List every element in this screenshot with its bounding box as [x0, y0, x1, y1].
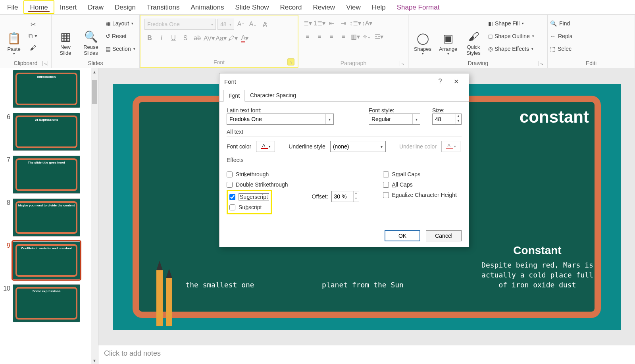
- tab-character-spacing[interactable]: Character Spacing: [245, 89, 301, 101]
- slide-thumbnail[interactable]: Introduction: [13, 70, 80, 108]
- align-center-button[interactable]: ≡: [314, 31, 325, 42]
- highlight-button[interactable]: 🖍▾: [228, 33, 238, 43]
- slide-thumbnail-row[interactable]: 8Maybe you need to divide the content: [2, 198, 96, 237]
- menu-shape-format[interactable]: Shape Format: [391, 1, 445, 13]
- offset-input[interactable]: [332, 193, 353, 200]
- dialog-close-button[interactable]: ✕: [448, 73, 464, 89]
- font-size-input[interactable]: [433, 116, 456, 122]
- reset-button[interactable]: ↺ Reset: [105, 31, 136, 42]
- align-right-button[interactable]: ≡: [326, 31, 337, 42]
- italic-button[interactable]: I: [156, 33, 167, 43]
- cut-button[interactable]: ✂: [28, 19, 38, 29]
- ok-button[interactable]: OK: [385, 230, 420, 241]
- layout-button[interactable]: ▦ Layout▾: [105, 18, 136, 29]
- numbering-button[interactable]: 1≣▾: [314, 18, 325, 28]
- slide-thumbnail[interactable]: 01 Expressions: [13, 113, 80, 151]
- menu-insert[interactable]: Insert: [54, 1, 83, 13]
- font-name-combo[interactable]: Fredoka One▾: [144, 19, 216, 30]
- slide-thumbnail-row[interactable]: Introduction: [2, 70, 96, 108]
- font-style-combo[interactable]: ▾: [369, 114, 420, 125]
- format-painter-button[interactable]: 🖌: [28, 43, 38, 53]
- spin-down-icon[interactable]: ▾: [456, 119, 461, 124]
- slide-thumbnail-row[interactable]: 601 Expressions: [2, 113, 96, 151]
- slide-thumbnail[interactable]: Some expressions: [13, 284, 80, 322]
- font-color-button[interactable]: A▾: [240, 33, 250, 43]
- scroll-up-icon[interactable]: ▲: [91, 68, 98, 75]
- text-direction-button[interactable]: ↕A▾: [362, 18, 372, 28]
- bold-button[interactable]: B: [144, 33, 155, 43]
- justify-button[interactable]: ≡: [338, 31, 348, 42]
- underline-color-button[interactable]: ▾: [441, 141, 460, 152]
- dialog-titlebar[interactable]: Font ? ✕: [219, 73, 469, 89]
- double-strikethrough-checkbox[interactable]: Double Strikethrough: [227, 179, 288, 190]
- smartart-button[interactable]: ☲▾: [374, 31, 384, 42]
- clear-formatting-button[interactable]: A̷: [260, 19, 270, 29]
- find-button[interactable]: 🔍 Find: [550, 18, 573, 29]
- menu-draw[interactable]: Draw: [82, 1, 109, 13]
- select-button[interactable]: ⬚ Selec: [550, 43, 573, 54]
- paragraph-launcher[interactable]: ↘: [400, 61, 405, 66]
- line-spacing-button[interactable]: ↕≣▾: [350, 18, 360, 28]
- menu-review[interactable]: Review: [307, 1, 341, 13]
- shape-outline-button[interactable]: ◻ Shape Outline▾: [487, 31, 535, 42]
- shrink-font-button[interactable]: A↓: [248, 19, 258, 29]
- replace-button[interactable]: ↔ Repla: [550, 31, 573, 42]
- strikethrough-button[interactable]: ab: [192, 33, 202, 43]
- slide-thumbnail-row[interactable]: 9Coefficient, variable and constant: [2, 241, 96, 279]
- menu-record[interactable]: Record: [275, 1, 308, 13]
- slide-thumbnail-row[interactable]: 7The slide title goes here!: [2, 156, 96, 194]
- menu-file[interactable]: File: [2, 1, 23, 13]
- spin-down-icon[interactable]: ▾: [354, 196, 359, 202]
- grow-font-button[interactable]: A↑: [236, 19, 246, 29]
- latin-font-input[interactable]: [227, 116, 325, 122]
- drawing-launcher[interactable]: ↘: [539, 61, 544, 66]
- shape-fill-button[interactable]: ◧ Shape Fill▾: [487, 18, 535, 29]
- char-spacing-button[interactable]: AV▾: [204, 33, 214, 43]
- menu-view[interactable]: View: [341, 1, 366, 13]
- underline-button[interactable]: U: [168, 33, 179, 43]
- strikethrough-checkbox[interactable]: Strikethrough: [227, 169, 288, 179]
- slide-thumbnail-row[interactable]: 10Some expressions: [2, 284, 96, 322]
- font-style-input[interactable]: [369, 116, 412, 122]
- font-dialog-launcher[interactable]: ↘: [287, 58, 294, 65]
- slide-thumbnails-panel[interactable]: Introduction601 Expressions7The slide ti…: [0, 68, 98, 364]
- menu-animations[interactable]: Animations: [185, 1, 229, 13]
- columns-button[interactable]: ▥▾: [350, 31, 360, 42]
- notes-pane[interactable]: Click to add notes: [98, 345, 635, 364]
- copy-button[interactable]: ⧉ ▾: [28, 31, 38, 41]
- change-case-button[interactable]: Aa▾: [216, 33, 226, 43]
- shadow-button[interactable]: S: [180, 33, 190, 43]
- clipboard-launcher[interactable]: ↘: [42, 61, 48, 66]
- font-size-combo[interactable]: 48▾: [217, 19, 234, 30]
- thumbnails-scrollbar[interactable]: ▲ ▼: [91, 68, 98, 364]
- dropdown-icon[interactable]: ▾: [325, 114, 333, 124]
- new-slide-button[interactable]: ▦ New Slide: [54, 16, 77, 56]
- quick-styles-button[interactable]: 🖌Quick Styles: [462, 16, 485, 56]
- all-caps-checkbox[interactable]: All Caps: [383, 179, 457, 190]
- menu-transitions[interactable]: Transitions: [141, 1, 185, 13]
- equalize-checkbox[interactable]: Equalize Character Height: [383, 190, 457, 200]
- dialog-help-button[interactable]: ?: [432, 73, 448, 89]
- slide-thumbnail[interactable]: Coefficient, variable and constant: [13, 241, 80, 279]
- increase-indent-button[interactable]: ⇥: [338, 18, 348, 28]
- spin-up-icon[interactable]: ▴: [456, 114, 461, 119]
- small-caps-checkbox[interactable]: Small Caps: [383, 169, 457, 179]
- shapes-button[interactable]: ◯Shapes▾: [411, 16, 434, 56]
- underline-style-combo[interactable]: ▾: [330, 141, 386, 152]
- scroll-down-icon[interactable]: ▼: [91, 357, 98, 364]
- dropdown-icon[interactable]: ▾: [412, 114, 420, 124]
- scroll-handle[interactable]: [92, 80, 97, 104]
- menu-design[interactable]: Design: [109, 1, 141, 13]
- font-size-spinner[interactable]: ▴▾: [432, 114, 462, 125]
- offset-spinner[interactable]: ▴▾: [331, 191, 359, 202]
- font-color-button[interactable]: ▾: [256, 141, 275, 152]
- menu-slideshow[interactable]: Slide Show: [230, 1, 275, 13]
- bullets-button[interactable]: ≣▾: [302, 18, 313, 28]
- menu-help[interactable]: Help: [366, 1, 391, 13]
- spin-up-icon[interactable]: ▴: [354, 191, 359, 196]
- align-left-button[interactable]: ≡: [302, 31, 313, 42]
- slide-thumbnail[interactable]: Maybe you need to divide the content: [13, 198, 80, 237]
- underline-style-input[interactable]: [331, 143, 378, 150]
- decrease-indent-button[interactable]: ⇤: [326, 18, 337, 28]
- shape-effects-button[interactable]: ◎ Shape Effects▾: [487, 43, 535, 54]
